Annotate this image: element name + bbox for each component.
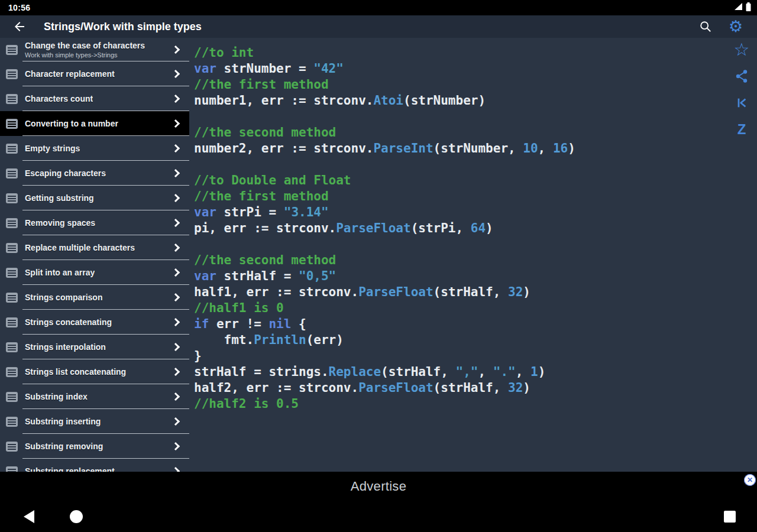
code-line: //to Double and Float <box>194 173 733 189</box>
code-line: //the second method <box>194 252 733 268</box>
nav-recents-icon[interactable] <box>724 511 736 523</box>
sidebar-item[interactable]: Strings interpolation <box>0 335 189 359</box>
nav-back-icon[interactable] <box>24 510 34 523</box>
sidebar-item-label: Substring index <box>25 392 88 401</box>
document-icon <box>6 342 18 352</box>
sidebar-item-label: Getting substring <box>25 193 94 203</box>
sidebar-item[interactable]: Escaping characters <box>0 161 189 186</box>
wifi-icon <box>734 2 743 13</box>
code-line: //the second method <box>194 125 733 141</box>
android-nav-bar <box>0 501 757 532</box>
code-panel: //to intvar strNumber = "42"//the first … <box>189 38 757 472</box>
code-line: if err != nil { <box>194 316 733 332</box>
settings-button[interactable]: ⚙ <box>725 16 746 37</box>
ad-label: Advertise <box>351 479 406 494</box>
sidebar-item[interactable]: Empty strings <box>0 136 189 161</box>
sidebar-item[interactable]: Substring inserting <box>0 409 189 434</box>
sidebar-item-label: Character replacement <box>25 69 115 79</box>
code-line: half1, err := strconv.ParseFloat(strHalf… <box>194 284 733 300</box>
sidebar-item-label: Substring replacement <box>25 466 115 472</box>
share-icon[interactable] <box>735 69 749 83</box>
clock: 10:56 <box>8 3 30 12</box>
sidebar-item[interactable]: Replace multiple characters <box>0 235 189 260</box>
sidebar-item[interactable]: Getting substring <box>0 186 189 210</box>
letter-z-icon[interactable]: Z <box>735 122 749 137</box>
sidebar-item-label: Removing spaces <box>25 218 95 228</box>
sidebar-item[interactable]: Substring index <box>0 384 189 409</box>
sidebar-item-label: Empty strings <box>25 144 80 153</box>
sidebar-item[interactable]: Character replacement <box>0 61 189 86</box>
document-icon <box>6 466 18 472</box>
code-line <box>194 157 733 173</box>
skip-to-start-icon[interactable] <box>735 96 749 110</box>
code-line: number1, err := strconv.Atoi(strNumber) <box>194 93 733 109</box>
chevron-right-icon <box>172 368 180 376</box>
chevron-right-icon <box>172 442 180 450</box>
code-line: //to int <box>194 45 733 61</box>
chevron-right-icon <box>172 169 180 177</box>
code-line <box>194 236 733 252</box>
sidebar-item[interactable]: Substring removing <box>0 434 189 459</box>
chevron-right-icon <box>172 70 180 78</box>
document-icon <box>6 144 18 154</box>
ad-banner[interactable]: Advertise ✕ <box>0 472 757 501</box>
code-line: var strPi = "3.14" <box>194 205 733 220</box>
sidebar-item-subtitle: Work with simple types->Strings <box>25 51 145 59</box>
chevron-right-icon <box>172 95 180 103</box>
back-button[interactable] <box>11 18 28 35</box>
sidebar-item[interactable]: Split into an array <box>0 260 189 285</box>
chevron-right-icon <box>172 467 180 472</box>
ad-close-icon[interactable]: ✕ <box>744 474 756 486</box>
nav-home-icon[interactable] <box>70 510 83 523</box>
sidebar-item-label: Strings comparison <box>25 293 102 302</box>
sidebar-item[interactable]: Strings list concatenating <box>0 359 189 384</box>
code-view[interactable]: //to intvar strNumber = "42"//the first … <box>189 38 757 412</box>
sidebar-item[interactable]: Substring replacement <box>0 459 189 472</box>
arrow-left-icon <box>12 20 27 34</box>
code-line: var strNumber = "42" <box>194 61 733 77</box>
code-line: pi, err := strconv.ParseFloat(strPi, 64) <box>194 220 733 236</box>
sidebar-item-label: Strings list concatenating <box>25 367 126 377</box>
search-button[interactable] <box>695 17 716 37</box>
code-line: strHalf = strings.Replace(strHalf, ",", … <box>194 364 733 380</box>
sidebar-item[interactable]: Removing spaces <box>0 210 189 235</box>
chevron-right-icon <box>172 293 180 301</box>
code-line: fmt.Println(err) <box>194 332 733 348</box>
code-line: //the first method <box>194 77 733 93</box>
chevron-right-icon <box>172 46 180 54</box>
sidebar-item-label: Substring removing <box>25 442 103 451</box>
sidebar-item-label: Replace multiple characters <box>25 243 135 252</box>
document-icon <box>6 442 18 452</box>
document-icon <box>6 119 18 129</box>
status-bar: 10:56 <box>0 0 757 15</box>
sidebar-item-label: Converting to a number <box>25 119 118 128</box>
action-icon-column: ☆ Z <box>735 43 749 137</box>
code-line <box>194 109 733 125</box>
sidebar-item[interactable]: Strings concatenating <box>0 310 189 335</box>
chevron-right-icon <box>172 417 180 426</box>
code-line: //half2 is 0.5 <box>194 396 733 412</box>
sidebar-item[interactable]: Strings comparison <box>0 285 189 310</box>
chevron-right-icon <box>172 119 180 128</box>
sidebar-item-label: Split into an array <box>25 268 95 277</box>
code-line: //half1 is 0 <box>194 300 733 316</box>
chevron-right-icon <box>172 144 180 153</box>
document-icon <box>6 45 18 55</box>
star-icon[interactable]: ☆ <box>735 43 749 57</box>
sidebar-item[interactable]: Change the case of charactersWork with s… <box>0 38 189 61</box>
code-line: number2, err := strconv.ParseInt(strNumb… <box>194 141 733 157</box>
code-line: //the first method <box>194 189 733 205</box>
document-icon <box>6 94 18 104</box>
chevron-right-icon <box>172 194 180 202</box>
chevron-right-icon <box>172 318 180 326</box>
app-screen: 10:56 Strings/Work with simple types ⚙ C… <box>0 0 757 532</box>
document-icon <box>6 268 18 278</box>
code-line: } <box>194 348 733 364</box>
sidebar-item[interactable]: Converting to a number <box>0 111 189 136</box>
document-icon <box>6 392 18 402</box>
sidebar[interactable]: Change the case of charactersWork with s… <box>0 38 189 472</box>
document-icon <box>6 243 18 253</box>
sidebar-item-label: Characters count <box>25 94 93 103</box>
sidebar-item[interactable]: Characters count <box>0 86 189 111</box>
chevron-right-icon <box>172 343 180 351</box>
